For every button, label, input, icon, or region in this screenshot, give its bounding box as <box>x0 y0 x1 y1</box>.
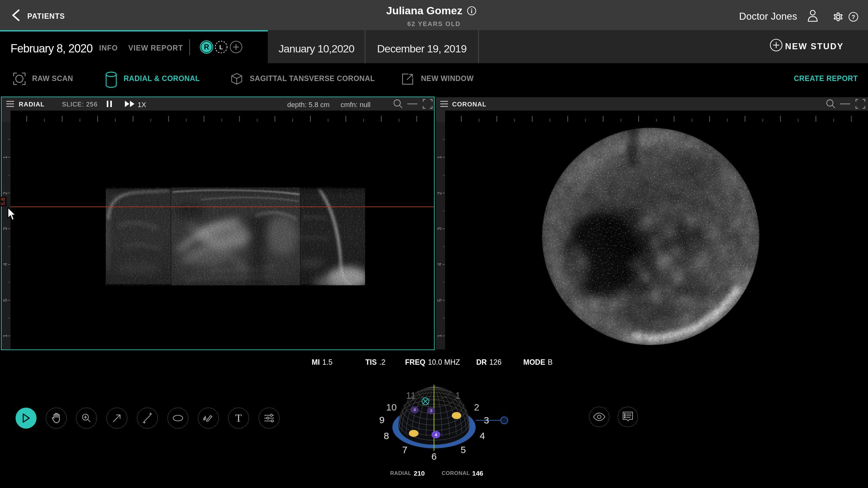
svg-text:3: 3 <box>430 408 432 413</box>
svg-text:4: 4 <box>435 432 437 437</box>
svg-text:R: R <box>204 43 209 51</box>
svg-text:4: 4 <box>413 407 416 412</box>
svg-text:?: ? <box>852 14 855 20</box>
svg-text:L: L <box>219 44 223 51</box>
